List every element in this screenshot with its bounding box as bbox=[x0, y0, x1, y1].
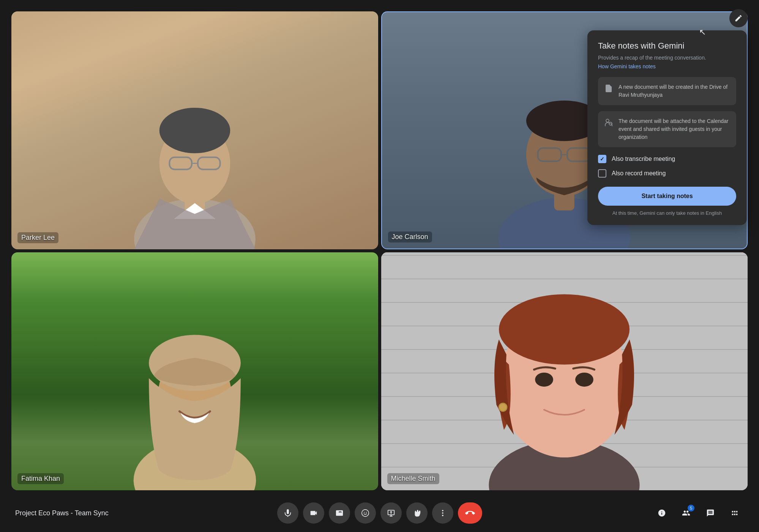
emoji-button[interactable] bbox=[355, 502, 376, 524]
camera-button[interactable] bbox=[303, 502, 324, 524]
joe-name-label: Joe Carlson bbox=[388, 231, 432, 242]
present-button[interactable] bbox=[380, 502, 402, 524]
gemini-how-link[interactable]: How Gemini takes notes bbox=[598, 63, 736, 69]
gemini-info-drive: A new document will be created in the Dr… bbox=[598, 77, 736, 105]
captions-button[interactable] bbox=[329, 502, 350, 524]
michelle-silhouette bbox=[418, 264, 711, 490]
bottom-controls bbox=[277, 502, 482, 524]
more-button[interactable] bbox=[432, 502, 453, 524]
english-notice: At this time, Gemini can only take notes… bbox=[598, 210, 736, 216]
bottom-right-controls: 5 bbox=[653, 504, 744, 522]
raise-hand-button[interactable] bbox=[406, 502, 428, 524]
info-button[interactable] bbox=[653, 504, 671, 522]
start-notes-button[interactable]: Start taking notes bbox=[598, 187, 736, 206]
people-button[interactable]: 5 bbox=[677, 504, 695, 522]
people-icon bbox=[604, 118, 613, 129]
gemini-info-calendar: The document will be attached to the Cal… bbox=[598, 111, 736, 147]
gemini-panel: Take notes with Gemini Provides a recap … bbox=[587, 30, 747, 225]
fatima-name-label: Fatima Khan bbox=[17, 473, 64, 484]
record-checkbox[interactable] bbox=[598, 169, 606, 178]
activities-button[interactable] bbox=[726, 504, 744, 522]
checkboxes-section: ✓ Also transcribe meeting Also record me… bbox=[598, 155, 736, 178]
record-checkbox-row[interactable]: Also record meeting bbox=[598, 169, 736, 178]
video-cell-michelle: Michelle Smith bbox=[381, 252, 748, 490]
svg-point-23 bbox=[575, 373, 593, 387]
end-call-button[interactable] bbox=[458, 502, 482, 524]
svg-point-31 bbox=[442, 512, 443, 514]
people-badge: 5 bbox=[688, 505, 694, 512]
bottom-bar: Project Eco Paws - Team Sync bbox=[0, 494, 759, 532]
transcribe-checkbox-row[interactable]: ✓ Also transcribe meeting bbox=[598, 155, 736, 163]
chat-button[interactable] bbox=[701, 504, 720, 522]
parker-silhouette bbox=[57, 47, 332, 249]
michelle-name-label: Michelle Smith bbox=[387, 473, 439, 484]
svg-point-22 bbox=[535, 373, 553, 387]
parker-name-label: Parker Lee bbox=[17, 232, 58, 243]
video-cell-parker: Parker Lee bbox=[11, 11, 378, 249]
document-icon bbox=[604, 84, 613, 95]
gemini-notes-button[interactable] bbox=[729, 9, 748, 27]
svg-point-21 bbox=[499, 294, 630, 365]
svg-point-25 bbox=[606, 119, 609, 122]
gemini-info-drive-text: A new document will be created in the Dr… bbox=[619, 83, 730, 99]
gemini-panel-subtitle: Provides a recap of the meeting conversa… bbox=[598, 54, 736, 62]
svg-point-27 bbox=[361, 510, 368, 516]
svg-point-3 bbox=[159, 108, 230, 153]
meeting-title: Project Eco Paws - Team Sync bbox=[15, 509, 109, 517]
svg-point-28 bbox=[364, 512, 365, 513]
fatima-silhouette bbox=[57, 276, 332, 490]
gemini-panel-title: Take notes with Gemini bbox=[598, 41, 736, 51]
svg-point-29 bbox=[366, 512, 366, 513]
svg-point-32 bbox=[442, 515, 443, 516]
cursor: ↖ bbox=[699, 27, 706, 37]
svg-point-30 bbox=[442, 510, 443, 512]
transcribe-label: Also transcribe meeting bbox=[612, 156, 675, 162]
transcribe-checkbox[interactable]: ✓ bbox=[598, 155, 606, 163]
record-label: Also record meeting bbox=[612, 170, 666, 177]
mic-button[interactable] bbox=[277, 502, 298, 524]
gemini-info-calendar-text: The document will be attached to the Cal… bbox=[619, 117, 730, 141]
video-cell-fatima: Fatima Khan bbox=[11, 252, 378, 490]
svg-point-24 bbox=[499, 403, 507, 411]
